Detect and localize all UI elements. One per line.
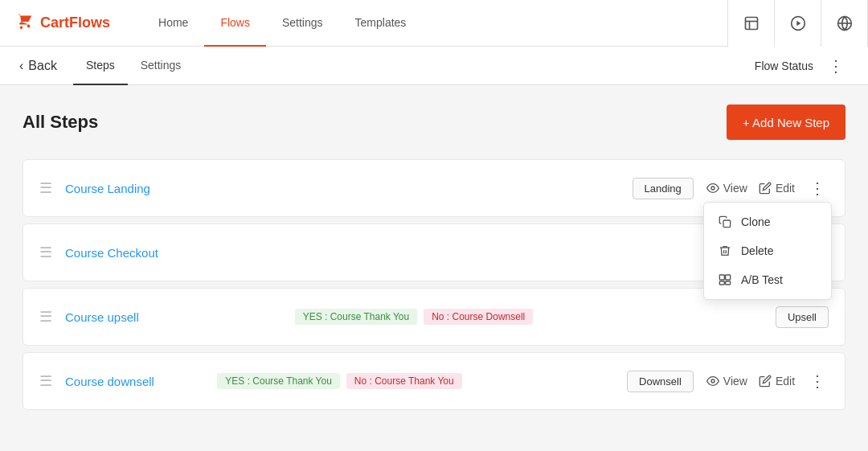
- tag-no: No : Course Thank You: [346, 373, 462, 389]
- top-navigation: CartFlows Home Flows Settings Templates: [0, 0, 868, 47]
- back-button[interactable]: ‹ Back: [19, 59, 73, 73]
- ab-test-option[interactable]: A/B Test: [704, 265, 831, 294]
- clone-icon: [719, 215, 731, 228]
- ab-test-label: A/B Test: [741, 273, 783, 286]
- nav-flows[interactable]: Flows: [204, 0, 266, 47]
- drag-handle-icon[interactable]: ☰: [39, 372, 52, 390]
- step-tags: YES : Course Thank You No : Course Thank…: [217, 373, 461, 389]
- step-name[interactable]: Course downsell: [65, 375, 204, 388]
- flow-status-label: Flow Status: [755, 59, 813, 72]
- clone-option[interactable]: Clone: [704, 207, 831, 236]
- edit-button[interactable]: Edit: [759, 182, 795, 195]
- globe-icon-btn[interactable]: [821, 0, 868, 47]
- sub-navigation: ‹ Back Steps Settings Flow Status ⋮: [0, 47, 868, 85]
- edit-label: Edit: [776, 375, 795, 387]
- tab-steps[interactable]: Steps: [73, 47, 128, 85]
- table-row: ☰ Course Landing Landing View Edit ⋮: [23, 159, 845, 217]
- delete-option[interactable]: Delete: [704, 236, 831, 265]
- delete-label: Delete: [741, 244, 773, 257]
- step-name[interactable]: Course Checkout: [65, 246, 394, 260]
- nav-icon-group: [727, 0, 868, 47]
- drag-handle-icon[interactable]: ☰: [39, 308, 52, 326]
- back-label: Back: [28, 59, 57, 73]
- tag-no: No : Course Downsell: [424, 309, 533, 325]
- nav-templates[interactable]: Templates: [339, 0, 423, 47]
- tag-yes: YES : Course Thank You: [217, 373, 340, 389]
- edit-icon: [759, 375, 772, 387]
- step-actions: View Edit ⋮: [706, 177, 829, 199]
- step-type-badge: Downsell: [627, 371, 694, 392]
- step-type-badge: Landing: [633, 178, 694, 199]
- back-arrow-icon: ‹: [19, 59, 23, 73]
- edit-icon: [759, 182, 772, 195]
- svg-rect-10: [726, 275, 731, 280]
- book-icon-btn[interactable]: [728, 0, 775, 47]
- step-name[interactable]: Course Landing: [65, 182, 607, 195]
- dropdown-menu: Clone Delete A/B Test: [703, 202, 832, 300]
- drag-handle-icon[interactable]: ☰: [39, 244, 52, 261]
- table-row: ☰ Course downsell YES : Course Thank You…: [23, 352, 845, 410]
- sub-nav-right: Flow Status ⋮: [755, 53, 849, 79]
- edit-button[interactable]: Edit: [759, 375, 795, 387]
- svg-marker-4: [796, 20, 800, 26]
- svg-rect-11: [719, 281, 724, 285]
- eye-icon: [706, 375, 719, 387]
- page-title: All Steps: [23, 112, 98, 133]
- edit-label: Edit: [776, 182, 795, 195]
- ab-test-icon: [719, 273, 731, 286]
- delete-icon: [719, 244, 731, 257]
- tab-settings[interactable]: Settings: [128, 47, 194, 85]
- step-type-badge: Upsell: [776, 306, 829, 328]
- page-header: All Steps + Add New Step: [23, 105, 845, 140]
- more-options-button[interactable]: ⋮: [806, 370, 829, 392]
- eye-icon: [706, 182, 719, 195]
- view-button[interactable]: View: [706, 182, 747, 195]
- play-icon-btn[interactable]: [775, 0, 821, 47]
- view-label: View: [723, 182, 747, 195]
- logo[interactable]: CartFlows: [16, 12, 110, 35]
- tag-yes: YES : Course Thank You: [295, 309, 418, 325]
- drag-handle-icon[interactable]: ☰: [39, 179, 52, 197]
- add-new-step-button[interactable]: + Add New Step: [727, 105, 845, 140]
- steps-list: ☰ Course Landing Landing View Edit ⋮: [23, 159, 845, 410]
- svg-point-13: [711, 379, 714, 383]
- logo-text: CartFlows: [40, 14, 110, 31]
- flow-more-button[interactable]: ⋮: [823, 53, 849, 79]
- nav-settings[interactable]: Settings: [266, 0, 339, 47]
- clone-label: Clone: [741, 215, 771, 228]
- svg-point-7: [711, 187, 714, 190]
- svg-rect-0: [745, 17, 757, 29]
- step-name[interactable]: Course upsell: [65, 310, 282, 324]
- svg-rect-8: [723, 220, 731, 228]
- svg-rect-9: [719, 275, 724, 280]
- step-tags: YES : Course Thank You No : Course Downs…: [295, 309, 534, 325]
- view-button[interactable]: View: [706, 375, 747, 387]
- nav-home[interactable]: Home: [142, 0, 204, 47]
- view-label: View: [723, 375, 747, 387]
- step-actions: View Edit ⋮: [706, 370, 829, 392]
- logo-icon: [16, 12, 34, 35]
- main-nav: Home Flows Settings Templates: [142, 0, 727, 47]
- svg-rect-12: [726, 281, 731, 285]
- main-content: All Steps + Add New Step ☰ Course Landin…: [0, 85, 868, 429]
- more-options-button[interactable]: ⋮: [806, 177, 829, 199]
